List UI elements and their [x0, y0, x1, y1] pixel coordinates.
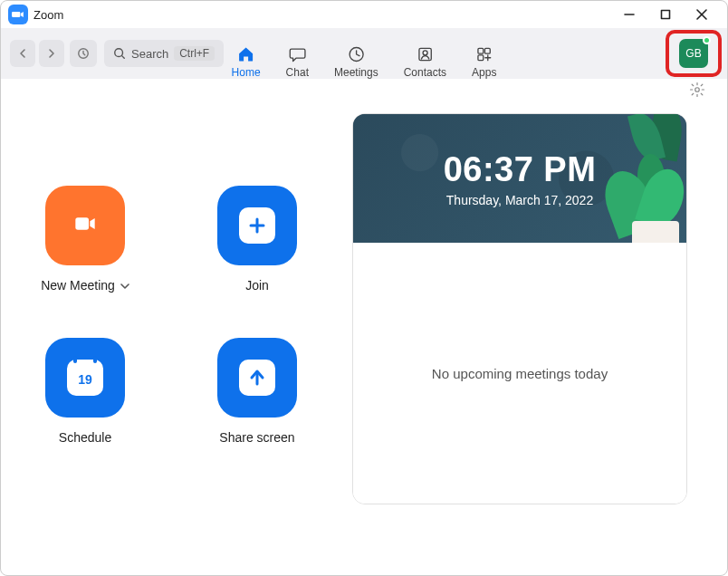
- tab-contacts[interactable]: Contacts: [404, 41, 446, 79]
- contacts-icon: [415, 44, 435, 64]
- toolbar: Search Ctrl+F Home Chat Meetings: [1, 28, 727, 79]
- app-window: Zoom Search Ctrl+F: [0, 0, 728, 576]
- nav-back-button[interactable]: [10, 40, 35, 67]
- meetings-empty-state: No upcoming meetings today: [432, 366, 608, 381]
- window-close-button[interactable]: [684, 2, 720, 27]
- tab-label: Apps: [472, 66, 496, 79]
- meetings-card: 06:37 PM Thursday, March 17, 2022 No upc…: [352, 113, 687, 504]
- tab-label: Chat: [286, 66, 309, 79]
- tab-label: Home: [232, 66, 261, 79]
- plus-icon: [239, 207, 275, 244]
- svg-rect-1: [662, 11, 670, 19]
- current-time: 06:37 PM: [444, 150, 597, 189]
- current-date: Thursday, March 17, 2022: [446, 193, 593, 207]
- apps-icon: [474, 44, 494, 64]
- app-title: Zoom: [34, 8, 63, 22]
- svg-line-6: [122, 56, 125, 59]
- new-meeting-button[interactable]: [45, 186, 125, 265]
- window-minimize-button[interactable]: [611, 2, 647, 27]
- tab-chat[interactable]: Chat: [286, 41, 309, 79]
- main-content: New Meeting Join: [1, 104, 727, 575]
- clock-icon: [346, 44, 366, 64]
- avatar-initials: GB: [685, 47, 701, 60]
- search-input[interactable]: Search Ctrl+F: [104, 40, 224, 67]
- nav-forward-button[interactable]: [39, 40, 64, 67]
- card-header: 06:37 PM Thursday, March 17, 2022: [353, 114, 686, 243]
- action-label: Join: [245, 278, 269, 293]
- presence-indicator-icon: [703, 36, 711, 44]
- profile-highlight-box: GB: [666, 30, 722, 77]
- search-icon: [113, 47, 126, 60]
- gear-icon: [689, 82, 705, 98]
- search-placeholder: Search: [131, 47, 168, 61]
- arrow-up-icon: [239, 360, 275, 396]
- calendar-icon: 19: [67, 360, 103, 396]
- svg-point-13: [695, 88, 700, 92]
- svg-rect-11: [485, 48, 491, 53]
- main-tabs: Home Chat Meetings Contacts: [232, 28, 497, 79]
- chevron-down-icon[interactable]: [120, 281, 129, 291]
- search-shortcut: Ctrl+F: [174, 46, 215, 61]
- action-label: Schedule: [59, 430, 111, 445]
- calendar-day-number: 19: [78, 372, 92, 387]
- tab-apps[interactable]: Apps: [472, 41, 496, 79]
- chat-icon: [287, 44, 307, 64]
- profile-avatar-button[interactable]: GB: [679, 39, 708, 68]
- home-icon: [236, 44, 256, 64]
- svg-rect-10: [478, 48, 484, 53]
- plant-decoration-icon: [587, 134, 686, 243]
- svg-point-9: [423, 51, 427, 55]
- svg-rect-12: [478, 55, 484, 61]
- join-button[interactable]: [217, 186, 297, 265]
- schedule-button[interactable]: 19: [45, 338, 125, 418]
- svg-rect-14: [75, 217, 89, 229]
- nav-history-button[interactable]: [70, 40, 97, 67]
- tab-label: Contacts: [404, 66, 446, 79]
- action-label: New Meeting: [41, 278, 115, 293]
- action-label: Share screen: [219, 430, 294, 445]
- titlebar: Zoom: [1, 1, 727, 28]
- tab-meetings[interactable]: Meetings: [334, 41, 378, 79]
- video-icon: [74, 213, 96, 238]
- settings-button[interactable]: [689, 82, 705, 101]
- window-maximize-button[interactable]: [647, 2, 684, 27]
- tab-label: Meetings: [334, 66, 378, 79]
- zoom-logo-icon: [8, 5, 28, 24]
- tab-home[interactable]: Home: [232, 41, 261, 79]
- share-screen-button[interactable]: [217, 338, 297, 418]
